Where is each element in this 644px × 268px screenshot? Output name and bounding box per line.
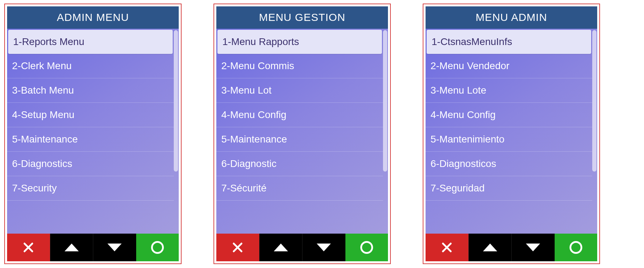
cancel-button[interactable]	[426, 234, 468, 261]
scroll-thumb[interactable]	[174, 30, 178, 172]
menu-item-6[interactable]: 6-Diagnosticos	[426, 152, 592, 176]
menu-item-1[interactable]: 1-Menu Rapports	[217, 30, 382, 54]
menu-body: 1-CtsnasMenuInfs 2-Menu Vendedor 3-Menu …	[426, 29, 597, 234]
menu-item-2[interactable]: 2-Menu Commis	[216, 54, 383, 78]
scrollbar[interactable]	[174, 30, 178, 232]
screen-title: ADMIN MENU	[7, 6, 179, 29]
down-button[interactable]	[302, 234, 345, 261]
menu-item-3[interactable]: 3-Batch Menu	[7, 78, 174, 103]
ok-button[interactable]	[136, 234, 179, 261]
device-inner: ADMIN MENU 1-Reports Menu 2-Clerk Menu 3…	[7, 6, 179, 261]
scrollbar[interactable]	[592, 30, 596, 232]
scroll-thumb[interactable]	[383, 30, 387, 172]
device-screen-1: MENU GESTION 1-Menu Rapports 2-Menu Comm…	[213, 4, 391, 264]
nav-bar	[216, 234, 388, 261]
menu-item-5[interactable]: 5-Maintenance	[7, 127, 174, 152]
scroll-thumb[interactable]	[592, 30, 596, 172]
menu-item-7[interactable]: 7-Sécurité	[216, 176, 383, 201]
x-icon	[232, 241, 244, 253]
nav-bar	[7, 234, 179, 261]
device-screen-0: ADMIN MENU 1-Reports Menu 2-Clerk Menu 3…	[4, 4, 182, 264]
device-inner: MENU GESTION 1-Menu Rapports 2-Menu Comm…	[216, 6, 388, 261]
cancel-button[interactable]	[216, 234, 259, 261]
screen-title: MENU GESTION	[216, 6, 388, 29]
scrollbar[interactable]	[383, 30, 387, 232]
menu-body: 1-Reports Menu 2-Clerk Menu 3-Batch Menu…	[7, 29, 179, 234]
arrow-up-icon	[274, 244, 288, 251]
device-screen-2: MENU ADMIN 1-CtsnasMenuInfs 2-Menu Vende…	[423, 4, 600, 264]
down-button[interactable]	[511, 234, 555, 261]
x-icon	[441, 241, 453, 253]
circle-icon	[570, 241, 582, 254]
menu-item-4[interactable]: 4-Menu Config	[426, 103, 592, 127]
up-button[interactable]	[468, 234, 512, 261]
arrow-up-icon	[483, 244, 497, 251]
down-button[interactable]	[93, 234, 136, 261]
menu-item-6[interactable]: 6-Diagnostics	[7, 152, 174, 176]
cancel-button[interactable]	[7, 234, 50, 261]
ok-button[interactable]	[555, 234, 598, 261]
up-button[interactable]	[259, 234, 302, 261]
menu-item-4[interactable]: 4-Menu Config	[216, 103, 383, 127]
menu-item-6[interactable]: 6-Diagnostic	[216, 152, 383, 176]
menu-item-5[interactable]: 5-Mantenimiento	[426, 127, 592, 152]
circle-icon	[151, 241, 164, 254]
arrow-down-icon	[107, 244, 122, 251]
device-inner: MENU ADMIN 1-CtsnasMenuInfs 2-Menu Vende…	[426, 6, 597, 261]
ok-button[interactable]	[345, 234, 388, 261]
arrow-down-icon	[317, 244, 331, 251]
menu-item-3[interactable]: 3-Menu Lote	[426, 78, 592, 103]
menu-item-7[interactable]: 7-Security	[7, 176, 174, 201]
menu-list: 1-Reports Menu 2-Clerk Menu 3-Batch Menu…	[7, 29, 174, 234]
arrow-down-icon	[526, 244, 540, 251]
arrow-up-icon	[65, 244, 79, 251]
x-icon	[22, 241, 34, 253]
menu-list: 1-CtsnasMenuInfs 2-Menu Vendedor 3-Menu …	[426, 29, 592, 234]
menu-item-7[interactable]: 7-Seguridad	[426, 176, 592, 201]
menu-item-4[interactable]: 4-Setup Menu	[7, 103, 174, 127]
menu-item-1[interactable]: 1-CtsnasMenuInfs	[427, 30, 591, 54]
screen-title: MENU ADMIN	[426, 6, 597, 29]
menu-item-5[interactable]: 5-Maintenance	[216, 127, 383, 152]
circle-icon	[360, 241, 373, 254]
menu-item-2[interactable]: 2-Menu Vendedor	[426, 54, 592, 78]
menu-item-3[interactable]: 3-Menu Lot	[216, 78, 383, 103]
menu-list: 1-Menu Rapports 2-Menu Commis 3-Menu Lot…	[216, 29, 383, 234]
up-button[interactable]	[50, 234, 93, 261]
nav-bar	[426, 234, 597, 261]
menu-body: 1-Menu Rapports 2-Menu Commis 3-Menu Lot…	[216, 29, 388, 234]
menu-item-2[interactable]: 2-Clerk Menu	[7, 54, 174, 78]
menu-item-1[interactable]: 1-Reports Menu	[8, 30, 173, 54]
